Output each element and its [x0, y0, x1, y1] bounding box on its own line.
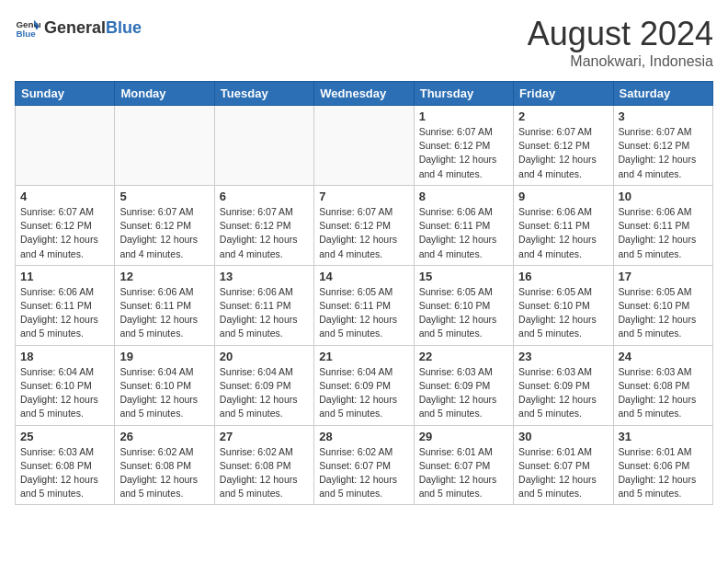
calendar-cell: 1Sunrise: 6:07 AM Sunset: 6:12 PM Daylig…: [414, 106, 513, 186]
calendar-cell: 31Sunrise: 6:01 AM Sunset: 6:06 PM Dayli…: [613, 425, 712, 505]
day-info: Sunrise: 6:05 AM Sunset: 6:10 PM Dayligh…: [619, 285, 708, 341]
day-number: 5: [119, 190, 209, 203]
day-number: 6: [220, 190, 309, 203]
day-info: Sunrise: 6:04 AM Sunset: 6:10 PM Dayligh…: [119, 365, 209, 421]
day-info: Sunrise: 6:07 AM Sunset: 6:12 PM Dayligh…: [319, 205, 408, 261]
day-info: Sunrise: 6:06 AM Sunset: 6:11 PM Dayligh…: [119, 285, 209, 341]
day-info: Sunrise: 6:05 AM Sunset: 6:10 PM Dayligh…: [419, 285, 508, 341]
calendar-cell: 6Sunrise: 6:07 AM Sunset: 6:12 PM Daylig…: [214, 185, 313, 265]
day-number: 13: [220, 270, 309, 283]
day-info: Sunrise: 6:01 AM Sunset: 6:07 PM Dayligh…: [518, 445, 608, 501]
day-number: 7: [319, 190, 408, 203]
day-info: Sunrise: 6:03 AM Sunset: 6:08 PM Dayligh…: [20, 445, 109, 501]
day-info: Sunrise: 6:07 AM Sunset: 6:12 PM Dayligh…: [119, 205, 209, 261]
calendar-cell: [214, 106, 313, 186]
day-number: 28: [319, 430, 408, 443]
weekday-header-monday: Monday: [115, 82, 214, 106]
day-info: Sunrise: 6:05 AM Sunset: 6:10 PM Dayligh…: [518, 285, 608, 341]
weekday-header-saturday: Saturday: [613, 82, 712, 106]
calendar-cell: 28Sunrise: 6:02 AM Sunset: 6:07 PM Dayli…: [314, 425, 414, 505]
weekday-header-thursday: Thursday: [414, 82, 513, 106]
calendar-cell: 30Sunrise: 6:01 AM Sunset: 6:07 PM Dayli…: [514, 425, 613, 505]
calendar-cell: 17Sunrise: 6:05 AM Sunset: 6:10 PM Dayli…: [613, 265, 712, 345]
svg-text:Blue: Blue: [16, 29, 36, 39]
calendar-cell: 9Sunrise: 6:06 AM Sunset: 6:11 PM Daylig…: [514, 185, 613, 265]
calendar-cell: 22Sunrise: 6:03 AM Sunset: 6:09 PM Dayli…: [414, 345, 513, 425]
calendar-cell: [115, 106, 214, 186]
calendar-cell: 14Sunrise: 6:05 AM Sunset: 6:11 PM Dayli…: [314, 265, 414, 345]
day-info: Sunrise: 6:04 AM Sunset: 6:09 PM Dayligh…: [319, 365, 408, 421]
title-block: August 2024 Manokwari, Indonesia: [528, 15, 713, 70]
day-info: Sunrise: 6:03 AM Sunset: 6:09 PM Dayligh…: [518, 365, 608, 421]
calendar-cell: 4Sunrise: 6:07 AM Sunset: 6:12 PM Daylig…: [16, 185, 115, 265]
calendar-table: SundayMondayTuesdayWednesdayThursdayFrid…: [15, 81, 713, 505]
calendar-cell: 13Sunrise: 6:06 AM Sunset: 6:11 PM Dayli…: [214, 265, 313, 345]
calendar-title: August 2024: [528, 15, 713, 53]
calendar-cell: 10Sunrise: 6:06 AM Sunset: 6:11 PM Dayli…: [613, 185, 712, 265]
day-number: 17: [619, 270, 708, 283]
day-info: Sunrise: 6:04 AM Sunset: 6:09 PM Dayligh…: [220, 365, 309, 421]
day-number: 11: [20, 270, 109, 283]
day-info: Sunrise: 6:05 AM Sunset: 6:11 PM Dayligh…: [319, 285, 408, 341]
day-number: 29: [419, 430, 508, 443]
page-header: General Blue GeneralBlue August 2024 Man…: [15, 15, 713, 70]
day-number: 20: [220, 350, 309, 363]
day-info: Sunrise: 6:06 AM Sunset: 6:11 PM Dayligh…: [619, 205, 708, 261]
calendar-cell: 25Sunrise: 6:03 AM Sunset: 6:08 PM Dayli…: [16, 425, 115, 505]
calendar-cell: 12Sunrise: 6:06 AM Sunset: 6:11 PM Dayli…: [115, 265, 214, 345]
weekday-header-wednesday: Wednesday: [314, 82, 414, 106]
day-number: 19: [119, 350, 209, 363]
day-number: 8: [419, 190, 508, 203]
week-row-0: 1Sunrise: 6:07 AM Sunset: 6:12 PM Daylig…: [16, 106, 713, 186]
calendar-cell: 27Sunrise: 6:02 AM Sunset: 6:08 PM Dayli…: [214, 425, 313, 505]
week-row-3: 18Sunrise: 6:04 AM Sunset: 6:10 PM Dayli…: [16, 345, 713, 425]
week-row-2: 11Sunrise: 6:06 AM Sunset: 6:11 PM Dayli…: [16, 265, 713, 345]
week-row-1: 4Sunrise: 6:07 AM Sunset: 6:12 PM Daylig…: [16, 185, 713, 265]
calendar-cell: 16Sunrise: 6:05 AM Sunset: 6:10 PM Dayli…: [514, 265, 613, 345]
calendar-cell: 23Sunrise: 6:03 AM Sunset: 6:09 PM Dayli…: [514, 345, 613, 425]
weekday-header-tuesday: Tuesday: [214, 82, 313, 106]
day-info: Sunrise: 6:02 AM Sunset: 6:08 PM Dayligh…: [119, 445, 209, 501]
day-info: Sunrise: 6:01 AM Sunset: 6:06 PM Dayligh…: [619, 445, 708, 501]
calendar-cell: 15Sunrise: 6:05 AM Sunset: 6:10 PM Dayli…: [414, 265, 513, 345]
day-info: Sunrise: 6:07 AM Sunset: 6:12 PM Dayligh…: [518, 125, 608, 181]
day-info: Sunrise: 6:06 AM Sunset: 6:11 PM Dayligh…: [518, 205, 608, 261]
logo: General Blue GeneralBlue: [15, 15, 142, 40]
day-number: 30: [518, 430, 608, 443]
day-info: Sunrise: 6:04 AM Sunset: 6:10 PM Dayligh…: [20, 365, 109, 421]
day-number: 14: [319, 270, 408, 283]
weekday-header-sunday: Sunday: [16, 82, 115, 106]
day-number: 31: [619, 430, 708, 443]
calendar-cell: 5Sunrise: 6:07 AM Sunset: 6:12 PM Daylig…: [115, 185, 214, 265]
day-number: 10: [619, 190, 708, 203]
day-info: Sunrise: 6:06 AM Sunset: 6:11 PM Dayligh…: [220, 285, 309, 341]
calendar-cell: 3Sunrise: 6:07 AM Sunset: 6:12 PM Daylig…: [613, 106, 712, 186]
day-info: Sunrise: 6:06 AM Sunset: 6:11 PM Dayligh…: [20, 285, 109, 341]
day-number: 22: [419, 350, 508, 363]
calendar-cell: 20Sunrise: 6:04 AM Sunset: 6:09 PM Dayli…: [214, 345, 313, 425]
day-number: 4: [20, 190, 109, 203]
day-info: Sunrise: 6:07 AM Sunset: 6:12 PM Dayligh…: [20, 205, 109, 261]
day-number: 9: [518, 190, 608, 203]
calendar-cell: 26Sunrise: 6:02 AM Sunset: 6:08 PM Dayli…: [115, 425, 214, 505]
calendar-cell: [16, 106, 115, 186]
day-number: 16: [518, 270, 608, 283]
day-info: Sunrise: 6:07 AM Sunset: 6:12 PM Dayligh…: [619, 125, 708, 181]
day-number: 27: [220, 430, 309, 443]
day-number: 1: [419, 109, 508, 123]
day-number: 24: [619, 350, 708, 363]
day-info: Sunrise: 6:02 AM Sunset: 6:07 PM Dayligh…: [319, 445, 408, 501]
day-info: Sunrise: 6:07 AM Sunset: 6:12 PM Dayligh…: [419, 125, 508, 181]
day-info: Sunrise: 6:07 AM Sunset: 6:12 PM Dayligh…: [220, 205, 309, 261]
day-info: Sunrise: 6:03 AM Sunset: 6:08 PM Dayligh…: [619, 365, 708, 421]
calendar-cell: 21Sunrise: 6:04 AM Sunset: 6:09 PM Dayli…: [314, 345, 414, 425]
calendar-cell: 19Sunrise: 6:04 AM Sunset: 6:10 PM Dayli…: [115, 345, 214, 425]
day-info: Sunrise: 6:02 AM Sunset: 6:08 PM Dayligh…: [220, 445, 309, 501]
day-number: 23: [518, 350, 608, 363]
calendar-cell: 8Sunrise: 6:06 AM Sunset: 6:11 PM Daylig…: [414, 185, 513, 265]
calendar-subtitle: Manokwari, Indonesia: [528, 53, 713, 70]
calendar-cell: 2Sunrise: 6:07 AM Sunset: 6:12 PM Daylig…: [514, 106, 613, 186]
calendar-cell: 24Sunrise: 6:03 AM Sunset: 6:08 PM Dayli…: [613, 345, 712, 425]
calendar-cell: [314, 106, 414, 186]
weekday-header-row: SundayMondayTuesdayWednesdayThursdayFrid…: [16, 82, 713, 106]
